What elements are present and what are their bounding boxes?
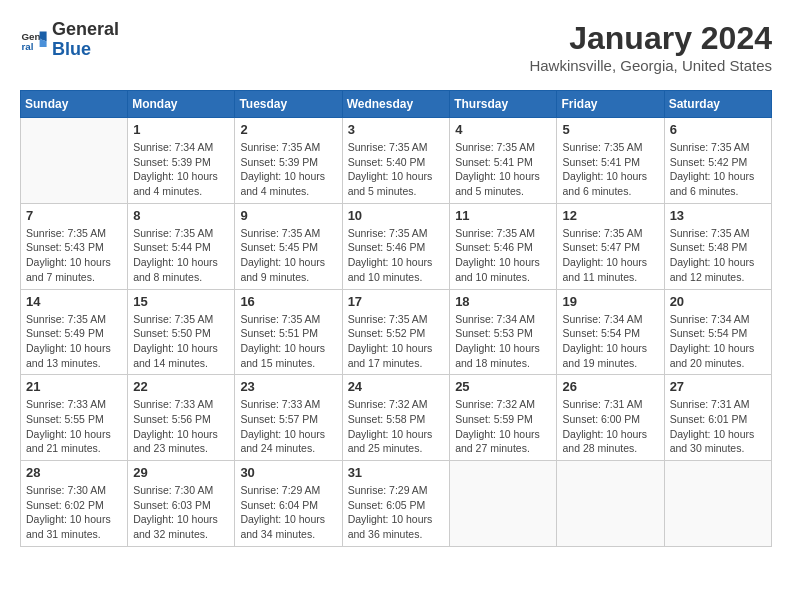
week-row-2: 7Sunrise: 7:35 AMSunset: 5:43 PMDaylight… — [21, 203, 772, 289]
day-cell: 7Sunrise: 7:35 AMSunset: 5:43 PMDaylight… — [21, 203, 128, 289]
day-cell: 11Sunrise: 7:35 AMSunset: 5:46 PMDayligh… — [450, 203, 557, 289]
day-info: Sunrise: 7:35 AMSunset: 5:41 PMDaylight:… — [562, 140, 658, 199]
day-cell: 15Sunrise: 7:35 AMSunset: 5:50 PMDayligh… — [128, 289, 235, 375]
day-info: Sunrise: 7:35 AMSunset: 5:44 PMDaylight:… — [133, 226, 229, 285]
day-cell: 10Sunrise: 7:35 AMSunset: 5:46 PMDayligh… — [342, 203, 450, 289]
day-cell: 17Sunrise: 7:35 AMSunset: 5:52 PMDayligh… — [342, 289, 450, 375]
day-info: Sunrise: 7:34 AMSunset: 5:53 PMDaylight:… — [455, 312, 551, 371]
calendar: SundayMondayTuesdayWednesdayThursdayFrid… — [20, 90, 772, 547]
day-cell: 19Sunrise: 7:34 AMSunset: 5:54 PMDayligh… — [557, 289, 664, 375]
day-info: Sunrise: 7:34 AMSunset: 5:54 PMDaylight:… — [562, 312, 658, 371]
col-header-saturday: Saturday — [664, 91, 771, 118]
day-number: 10 — [348, 208, 445, 223]
day-info: Sunrise: 7:34 AMSunset: 5:39 PMDaylight:… — [133, 140, 229, 199]
day-cell — [450, 461, 557, 547]
logo: Gene ral General Blue — [20, 20, 119, 60]
day-cell: 27Sunrise: 7:31 AMSunset: 6:01 PMDayligh… — [664, 375, 771, 461]
day-number: 14 — [26, 294, 122, 309]
day-cell: 5Sunrise: 7:35 AMSunset: 5:41 PMDaylight… — [557, 118, 664, 204]
day-cell: 12Sunrise: 7:35 AMSunset: 5:47 PMDayligh… — [557, 203, 664, 289]
month-title: January 2024 — [529, 20, 772, 57]
day-info: Sunrise: 7:31 AMSunset: 6:01 PMDaylight:… — [670, 397, 766, 456]
day-cell: 25Sunrise: 7:32 AMSunset: 5:59 PMDayligh… — [450, 375, 557, 461]
day-cell: 16Sunrise: 7:35 AMSunset: 5:51 PMDayligh… — [235, 289, 342, 375]
day-number: 29 — [133, 465, 229, 480]
day-info: Sunrise: 7:31 AMSunset: 6:00 PMDaylight:… — [562, 397, 658, 456]
day-info: Sunrise: 7:35 AMSunset: 5:52 PMDaylight:… — [348, 312, 445, 371]
day-cell: 1Sunrise: 7:34 AMSunset: 5:39 PMDaylight… — [128, 118, 235, 204]
title-section: January 2024 Hawkinsville, Georgia, Unit… — [529, 20, 772, 74]
day-cell — [664, 461, 771, 547]
col-header-tuesday: Tuesday — [235, 91, 342, 118]
location-title: Hawkinsville, Georgia, United States — [529, 57, 772, 74]
day-number: 20 — [670, 294, 766, 309]
day-number: 25 — [455, 379, 551, 394]
day-cell: 2Sunrise: 7:35 AMSunset: 5:39 PMDaylight… — [235, 118, 342, 204]
day-cell — [21, 118, 128, 204]
day-number: 19 — [562, 294, 658, 309]
day-info: Sunrise: 7:35 AMSunset: 5:46 PMDaylight:… — [455, 226, 551, 285]
day-cell: 13Sunrise: 7:35 AMSunset: 5:48 PMDayligh… — [664, 203, 771, 289]
day-info: Sunrise: 7:35 AMSunset: 5:46 PMDaylight:… — [348, 226, 445, 285]
day-cell: 22Sunrise: 7:33 AMSunset: 5:56 PMDayligh… — [128, 375, 235, 461]
day-number: 23 — [240, 379, 336, 394]
day-number: 8 — [133, 208, 229, 223]
day-number: 24 — [348, 379, 445, 394]
day-info: Sunrise: 7:30 AMSunset: 6:03 PMDaylight:… — [133, 483, 229, 542]
day-cell: 24Sunrise: 7:32 AMSunset: 5:58 PMDayligh… — [342, 375, 450, 461]
day-cell: 9Sunrise: 7:35 AMSunset: 5:45 PMDaylight… — [235, 203, 342, 289]
col-header-monday: Monday — [128, 91, 235, 118]
logo-text: General Blue — [52, 20, 119, 60]
week-row-3: 14Sunrise: 7:35 AMSunset: 5:49 PMDayligh… — [21, 289, 772, 375]
day-cell: 18Sunrise: 7:34 AMSunset: 5:53 PMDayligh… — [450, 289, 557, 375]
day-cell: 29Sunrise: 7:30 AMSunset: 6:03 PMDayligh… — [128, 461, 235, 547]
day-number: 12 — [562, 208, 658, 223]
day-number: 5 — [562, 122, 658, 137]
day-number: 13 — [670, 208, 766, 223]
day-info: Sunrise: 7:30 AMSunset: 6:02 PMDaylight:… — [26, 483, 122, 542]
logo-icon: Gene ral — [20, 26, 48, 54]
day-cell: 21Sunrise: 7:33 AMSunset: 5:55 PMDayligh… — [21, 375, 128, 461]
day-info: Sunrise: 7:35 AMSunset: 5:47 PMDaylight:… — [562, 226, 658, 285]
day-cell: 30Sunrise: 7:29 AMSunset: 6:04 PMDayligh… — [235, 461, 342, 547]
week-row-4: 21Sunrise: 7:33 AMSunset: 5:55 PMDayligh… — [21, 375, 772, 461]
day-info: Sunrise: 7:35 AMSunset: 5:42 PMDaylight:… — [670, 140, 766, 199]
day-number: 28 — [26, 465, 122, 480]
day-info: Sunrise: 7:35 AMSunset: 5:43 PMDaylight:… — [26, 226, 122, 285]
day-number: 31 — [348, 465, 445, 480]
day-number: 26 — [562, 379, 658, 394]
day-number: 11 — [455, 208, 551, 223]
day-info: Sunrise: 7:35 AMSunset: 5:51 PMDaylight:… — [240, 312, 336, 371]
day-number: 2 — [240, 122, 336, 137]
col-header-friday: Friday — [557, 91, 664, 118]
calendar-header-row: SundayMondayTuesdayWednesdayThursdayFrid… — [21, 91, 772, 118]
day-number: 15 — [133, 294, 229, 309]
logo-blue: Blue — [52, 40, 119, 60]
col-header-wednesday: Wednesday — [342, 91, 450, 118]
day-cell: 8Sunrise: 7:35 AMSunset: 5:44 PMDaylight… — [128, 203, 235, 289]
day-cell — [557, 461, 664, 547]
day-number: 30 — [240, 465, 336, 480]
logo-general: General — [52, 20, 119, 40]
day-info: Sunrise: 7:35 AMSunset: 5:40 PMDaylight:… — [348, 140, 445, 199]
day-number: 21 — [26, 379, 122, 394]
week-row-1: 1Sunrise: 7:34 AMSunset: 5:39 PMDaylight… — [21, 118, 772, 204]
day-number: 17 — [348, 294, 445, 309]
day-info: Sunrise: 7:32 AMSunset: 5:58 PMDaylight:… — [348, 397, 445, 456]
day-info: Sunrise: 7:35 AMSunset: 5:39 PMDaylight:… — [240, 140, 336, 199]
day-cell: 3Sunrise: 7:35 AMSunset: 5:40 PMDaylight… — [342, 118, 450, 204]
day-info: Sunrise: 7:29 AMSunset: 6:05 PMDaylight:… — [348, 483, 445, 542]
day-cell: 20Sunrise: 7:34 AMSunset: 5:54 PMDayligh… — [664, 289, 771, 375]
day-info: Sunrise: 7:35 AMSunset: 5:45 PMDaylight:… — [240, 226, 336, 285]
day-info: Sunrise: 7:32 AMSunset: 5:59 PMDaylight:… — [455, 397, 551, 456]
col-header-thursday: Thursday — [450, 91, 557, 118]
day-number: 22 — [133, 379, 229, 394]
day-number: 18 — [455, 294, 551, 309]
day-cell: 28Sunrise: 7:30 AMSunset: 6:02 PMDayligh… — [21, 461, 128, 547]
day-info: Sunrise: 7:35 AMSunset: 5:41 PMDaylight:… — [455, 140, 551, 199]
day-info: Sunrise: 7:33 AMSunset: 5:57 PMDaylight:… — [240, 397, 336, 456]
day-number: 16 — [240, 294, 336, 309]
day-cell: 14Sunrise: 7:35 AMSunset: 5:49 PMDayligh… — [21, 289, 128, 375]
svg-text:ral: ral — [21, 41, 33, 52]
day-number: 9 — [240, 208, 336, 223]
